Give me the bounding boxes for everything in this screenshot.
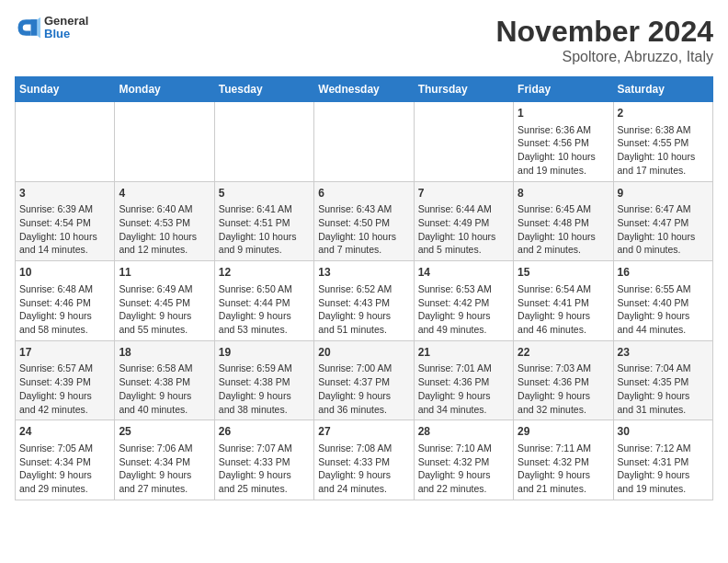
calendar-cell [314, 102, 414, 182]
weekday-header: Thursday [414, 77, 513, 102]
logo-icon [15, 15, 40, 40]
calendar-cell [214, 102, 313, 182]
calendar-cell [16, 102, 115, 182]
day-info: Sunrise: 7:00 AM Sunset: 4:37 PM Dayligh… [318, 362, 409, 416]
day-info: Sunrise: 7:07 AM Sunset: 4:33 PM Dayligh… [219, 442, 310, 496]
day-info: Sunrise: 6:49 AM Sunset: 4:45 PM Dayligh… [119, 282, 210, 337]
day-number: 18 [119, 345, 210, 361]
day-number: 2 [618, 106, 709, 121]
day-number: 4 [119, 186, 210, 201]
title-block: November 2024 Spoltore, Abruzzo, Italy [495, 15, 713, 65]
day-number: 1 [518, 106, 609, 121]
day-info: Sunrise: 7:12 AM Sunset: 4:31 PM Dayligh… [618, 442, 709, 496]
day-number: 27 [318, 424, 409, 440]
day-info: Sunrise: 7:06 AM Sunset: 4:34 PM Dayligh… [119, 442, 210, 496]
calendar-cell: 28Sunrise: 7:10 AM Sunset: 4:32 PM Dayli… [414, 420, 513, 500]
day-number: 11 [119, 265, 210, 281]
calendar-week-row: 17Sunrise: 6:57 AM Sunset: 4:39 PM Dayli… [16, 340, 713, 420]
calendar-cell: 12Sunrise: 6:50 AM Sunset: 4:44 PM Dayli… [214, 261, 313, 341]
day-info: Sunrise: 6:57 AM Sunset: 4:39 PM Dayligh… [19, 362, 110, 416]
day-number: 5 [219, 186, 310, 201]
day-info: Sunrise: 7:01 AM Sunset: 4:36 PM Dayligh… [418, 362, 509, 416]
day-info: Sunrise: 6:36 AM Sunset: 4:56 PM Dayligh… [518, 123, 609, 178]
day-info: Sunrise: 6:52 AM Sunset: 4:43 PM Dayligh… [318, 282, 409, 337]
day-number: 6 [318, 186, 409, 201]
calendar-cell: 3Sunrise: 6:39 AM Sunset: 4:54 PM Daylig… [16, 181, 115, 261]
day-number: 24 [19, 424, 110, 440]
day-number: 25 [119, 424, 210, 440]
weekday-header: Monday [115, 77, 214, 102]
calendar-cell: 9Sunrise: 6:47 AM Sunset: 4:47 PM Daylig… [613, 181, 712, 261]
day-info: Sunrise: 7:03 AM Sunset: 4:36 PM Dayligh… [518, 362, 609, 416]
calendar-cell: 14Sunrise: 6:53 AM Sunset: 4:42 PM Dayli… [414, 261, 513, 341]
day-number: 13 [318, 265, 409, 281]
day-info: Sunrise: 7:05 AM Sunset: 4:34 PM Dayligh… [19, 442, 110, 496]
day-number: 10 [19, 265, 110, 281]
calendar-cell: 26Sunrise: 7:07 AM Sunset: 4:33 PM Dayli… [214, 420, 313, 500]
day-info: Sunrise: 6:47 AM Sunset: 4:47 PM Dayligh… [618, 202, 709, 257]
day-info: Sunrise: 6:40 AM Sunset: 4:53 PM Dayligh… [119, 202, 210, 257]
day-number: 7 [418, 186, 509, 201]
day-number: 30 [618, 424, 709, 440]
calendar-cell: 22Sunrise: 7:03 AM Sunset: 4:36 PM Dayli… [514, 340, 613, 420]
calendar-table: SundayMondayTuesdayWednesdayThursdayFrid… [15, 76, 713, 500]
day-info: Sunrise: 6:48 AM Sunset: 4:46 PM Dayligh… [19, 282, 110, 337]
day-info: Sunrise: 7:04 AM Sunset: 4:35 PM Dayligh… [618, 362, 709, 416]
logo-text: General Blue [44, 15, 88, 41]
day-info: Sunrise: 6:45 AM Sunset: 4:48 PM Dayligh… [518, 202, 609, 257]
day-number: 3 [19, 186, 110, 201]
month-title: November 2024 [495, 15, 713, 49]
calendar-cell: 11Sunrise: 6:49 AM Sunset: 4:45 PM Dayli… [115, 261, 214, 341]
calendar-cell: 2Sunrise: 6:38 AM Sunset: 4:55 PM Daylig… [613, 102, 712, 182]
day-number: 22 [518, 345, 609, 361]
calendar-cell: 29Sunrise: 7:11 AM Sunset: 4:32 PM Dayli… [514, 420, 613, 500]
calendar-cell: 21Sunrise: 7:01 AM Sunset: 4:36 PM Dayli… [414, 340, 513, 420]
logo-general: General [44, 15, 88, 28]
day-number: 15 [518, 265, 609, 281]
calendar-week-row: 10Sunrise: 6:48 AM Sunset: 4:46 PM Dayli… [16, 261, 713, 341]
day-number: 23 [618, 345, 709, 361]
calendar-cell [115, 102, 214, 182]
calendar-cell [414, 102, 513, 182]
day-number: 17 [19, 345, 110, 361]
calendar-cell: 18Sunrise: 6:58 AM Sunset: 4:38 PM Dayli… [115, 340, 214, 420]
calendar-cell: 17Sunrise: 6:57 AM Sunset: 4:39 PM Dayli… [16, 340, 115, 420]
weekday-header-row: SundayMondayTuesdayWednesdayThursdayFrid… [16, 77, 713, 102]
location-subtitle: Spoltore, Abruzzo, Italy [495, 49, 713, 65]
day-number: 9 [618, 186, 709, 201]
calendar-cell: 8Sunrise: 6:45 AM Sunset: 4:48 PM Daylig… [514, 181, 613, 261]
logo-blue: Blue [44, 28, 88, 40]
calendar-week-row: 1Sunrise: 6:36 AM Sunset: 4:56 PM Daylig… [16, 102, 713, 182]
calendar-cell: 4Sunrise: 6:40 AM Sunset: 4:53 PM Daylig… [115, 181, 214, 261]
calendar-cell: 15Sunrise: 6:54 AM Sunset: 4:41 PM Dayli… [514, 261, 613, 341]
day-number: 19 [219, 345, 310, 361]
calendar-week-row: 24Sunrise: 7:05 AM Sunset: 4:34 PM Dayli… [16, 420, 713, 500]
day-info: Sunrise: 7:08 AM Sunset: 4:33 PM Dayligh… [318, 442, 409, 496]
day-info: Sunrise: 6:43 AM Sunset: 4:50 PM Dayligh… [318, 202, 409, 257]
day-info: Sunrise: 6:54 AM Sunset: 4:41 PM Dayligh… [518, 282, 609, 337]
day-info: Sunrise: 7:10 AM Sunset: 4:32 PM Dayligh… [418, 442, 509, 496]
day-number: 20 [318, 345, 409, 361]
calendar-cell: 16Sunrise: 6:55 AM Sunset: 4:40 PM Dayli… [613, 261, 712, 341]
day-number: 16 [618, 265, 709, 281]
logo: General Blue [15, 15, 88, 41]
weekday-header: Friday [514, 77, 613, 102]
day-info: Sunrise: 6:53 AM Sunset: 4:42 PM Dayligh… [418, 282, 509, 337]
day-number: 28 [418, 424, 509, 440]
day-info: Sunrise: 6:59 AM Sunset: 4:38 PM Dayligh… [219, 362, 310, 416]
day-info: Sunrise: 7:11 AM Sunset: 4:32 PM Dayligh… [518, 442, 609, 496]
weekday-header: Sunday [16, 77, 115, 102]
weekday-header: Tuesday [214, 77, 313, 102]
day-info: Sunrise: 6:58 AM Sunset: 4:38 PM Dayligh… [119, 362, 210, 416]
day-number: 21 [418, 345, 509, 361]
calendar-cell: 13Sunrise: 6:52 AM Sunset: 4:43 PM Dayli… [314, 261, 414, 341]
calendar-cell: 27Sunrise: 7:08 AM Sunset: 4:33 PM Dayli… [314, 420, 414, 500]
calendar-cell: 23Sunrise: 7:04 AM Sunset: 4:35 PM Dayli… [613, 340, 712, 420]
calendar-cell: 6Sunrise: 6:43 AM Sunset: 4:50 PM Daylig… [314, 181, 414, 261]
calendar-cell: 20Sunrise: 7:00 AM Sunset: 4:37 PM Dayli… [314, 340, 414, 420]
day-info: Sunrise: 6:55 AM Sunset: 4:40 PM Dayligh… [618, 282, 709, 337]
day-number: 29 [518, 424, 609, 440]
calendar-cell: 30Sunrise: 7:12 AM Sunset: 4:31 PM Dayli… [613, 420, 712, 500]
calendar-cell: 1Sunrise: 6:36 AM Sunset: 4:56 PM Daylig… [514, 102, 613, 182]
svg-marker-0 [38, 15, 41, 40]
